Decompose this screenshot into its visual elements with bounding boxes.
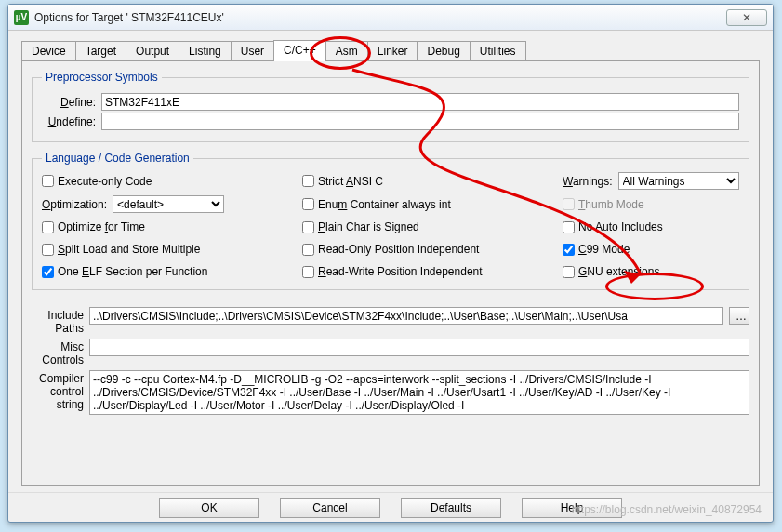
bottom-area: IncludePaths … MiscControls Compilercont… <box>32 299 749 415</box>
c99-box[interactable] <box>563 244 575 256</box>
warnings-combo[interactable]: All Warnings <box>618 172 739 190</box>
no-auto-label: No Auto Includes <box>578 220 663 233</box>
tab-listing[interactable]: Listing <box>179 41 232 61</box>
gnu-label: GNU extensions <box>578 265 659 278</box>
misc-controls-input[interactable] <box>89 339 749 356</box>
include-browse-button[interactable]: … <box>729 307 749 325</box>
define-label: Define: <box>42 96 96 109</box>
ok-button[interactable]: OK <box>159 498 259 518</box>
split-load-checkbox[interactable]: Split Load and Store Multiple <box>42 241 293 258</box>
rw-pi-box[interactable] <box>302 266 314 278</box>
preprocessor-group: Preprocessor Symbols Define: Undefine: <box>32 71 749 142</box>
button-bar: OK Cancel Defaults Help <box>8 492 773 522</box>
c99-checkbox[interactable]: C99 Mode <box>563 241 739 258</box>
tab-device[interactable]: Device <box>21 41 76 61</box>
optimization-combo[interactable]: <default> <box>113 195 224 213</box>
undefine-label: Undefine: <box>42 115 96 128</box>
strict-ansi-label: Strict ANSI C <box>318 175 383 188</box>
optimize-time-box[interactable] <box>42 221 54 233</box>
optimize-time-checkbox[interactable]: Optimize for Time <box>42 219 293 235</box>
compiler-control-text[interactable]: --c99 -c --cpu Cortex-M4.fp -D__MICROLIB… <box>89 370 749 415</box>
tab-strip: Device Target Output Listing User C/C++ … <box>21 38 760 60</box>
tab-asm[interactable]: Asm <box>325 41 368 61</box>
plain-char-label: Plain Char is Signed <box>318 220 419 233</box>
misc-controls-label: MiscControls <box>32 339 84 366</box>
titlebar[interactable]: µV Options for Target ' STM32F411CEUx' ✕ <box>8 5 773 31</box>
warnings-label: Warnings: <box>563 175 613 188</box>
no-auto-checkbox[interactable]: No Auto Includes <box>563 219 739 235</box>
strict-ansi-box[interactable] <box>302 175 314 187</box>
ro-pi-checkbox[interactable]: Read-Only Position Independent <box>302 241 553 258</box>
one-elf-checkbox[interactable]: One ELF Section per Function <box>42 263 293 280</box>
thumb-mode-checkbox: Thumb Mode <box>563 195 739 213</box>
cancel-button[interactable]: Cancel <box>280 498 380 518</box>
tab-utilities[interactable]: Utilities <box>470 41 526 61</box>
ro-pi-box[interactable] <box>302 244 314 256</box>
plain-char-box[interactable] <box>302 221 314 233</box>
rw-pi-checkbox[interactable]: Read-Write Position Independent <box>302 263 553 280</box>
include-paths-label: IncludePaths <box>32 307 84 335</box>
thumb-mode-label: Thumb Mode <box>578 198 644 211</box>
tab-debug[interactable]: Debug <box>417 41 470 61</box>
enum-container-checkbox[interactable]: Enum Container always int <box>302 195 553 213</box>
optimization-label: Optimization: <box>42 198 107 211</box>
one-elf-label: One ELF Section per Function <box>58 265 207 278</box>
language-legend: Language / Code Generation <box>42 152 193 165</box>
strict-ansi-checkbox[interactable]: Strict ANSI C <box>302 172 553 190</box>
thumb-mode-box <box>563 198 575 210</box>
split-load-box[interactable] <box>42 244 54 256</box>
tab-user[interactable]: User <box>231 41 274 61</box>
window-title: Options for Target ' STM32F411CEUx' <box>34 11 721 24</box>
plain-char-checkbox[interactable]: Plain Char is Signed <box>302 219 553 235</box>
tab-target[interactable]: Target <box>75 41 126 61</box>
tab-content: Preprocessor Symbols Define: Undefine: L… <box>21 60 760 486</box>
no-auto-box[interactable] <box>563 221 575 233</box>
ro-pi-label: Read-Only Position Independent <box>318 243 479 256</box>
defaults-button[interactable]: Defaults <box>401 498 501 518</box>
tab-ccpp[interactable]: C/C++ <box>273 40 326 61</box>
one-elf-box[interactable] <box>42 266 54 278</box>
execute-only-label: Execute-only Code <box>58 175 152 188</box>
gnu-box[interactable] <box>563 266 575 278</box>
undefine-input[interactable] <box>101 113 739 130</box>
execute-only-checkbox[interactable]: Execute-only Code <box>42 172 293 190</box>
tab-linker[interactable]: Linker <box>367 41 418 61</box>
dialog-window: µV Options for Target ' STM32F411CEUx' ✕… <box>7 4 774 523</box>
help-button[interactable]: Help <box>522 498 622 518</box>
app-icon: µV <box>14 10 29 25</box>
gnu-checkbox[interactable]: GNU extensions <box>563 263 739 280</box>
tab-output[interactable]: Output <box>126 41 179 61</box>
language-group: Language / Code Generation Execute-only … <box>32 152 749 290</box>
optimize-time-label: Optimize for Time <box>58 220 145 233</box>
compiler-control-label: Compilercontrolstring <box>32 370 84 411</box>
execute-only-box[interactable] <box>42 175 54 187</box>
close-icon: ✕ <box>742 11 751 24</box>
enum-container-box[interactable] <box>302 198 314 210</box>
close-button[interactable]: ✕ <box>726 9 767 26</box>
c99-label: C99 Mode <box>578 243 630 256</box>
rw-pi-label: Read-Write Position Independent <box>318 265 483 278</box>
define-input[interactable] <box>101 93 739 111</box>
split-load-label: Split Load and Store Multiple <box>58 243 200 256</box>
client-area: Device Target Output Listing User C/C++ … <box>8 31 773 492</box>
include-paths-input[interactable] <box>89 307 723 325</box>
enum-container-label: Enum Container always int <box>318 198 451 211</box>
preprocessor-legend: Preprocessor Symbols <box>42 71 162 84</box>
